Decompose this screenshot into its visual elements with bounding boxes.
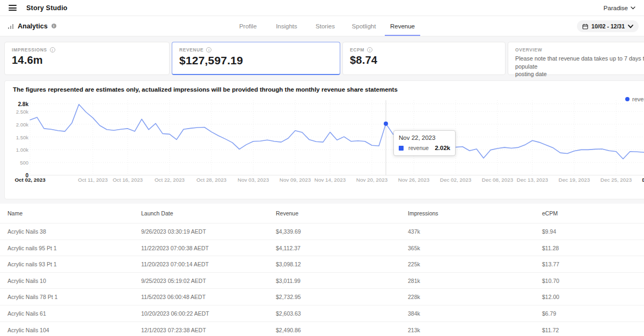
table-row[interactable]: Acrylic Nails 78 Pt 111/5/2023 06:00:48 …: [0, 289, 644, 305]
x-axis-label: Oct 02, 2023: [8, 177, 53, 183]
cell-revenue: $3,011.99: [276, 273, 408, 289]
x-axis-label: Dec 13, 2023: [510, 177, 555, 183]
table-row[interactable]: Acrylic Nails 109/25/2023 05:19:02 AEDT$…: [0, 273, 644, 289]
overview-label: OVERVIEW: [515, 47, 542, 53]
ecpm-card[interactable]: ECPM i $8.74: [342, 42, 506, 75]
revenue-chart-card: The figures represented are estimates on…: [4, 80, 644, 199]
x-axis-label: Nov 26, 2023: [391, 177, 436, 183]
cell-impressions: 365k: [408, 240, 542, 257]
tab-revenue[interactable]: Revenue: [383, 16, 422, 36]
table-header: NameLaunch DateRevenueImpressionseCPM: [0, 204, 644, 223]
table-row[interactable]: Acrylic Nails 6110/20/2023 06:00:22 AEDT…: [0, 305, 644, 322]
chevron-down-icon: [631, 6, 635, 10]
page-title: Analytics: [18, 23, 48, 30]
table-row[interactable]: Acrylic Nails 389/26/2023 03:30:19 AEDT$…: [0, 223, 644, 240]
cell-impressions: 281k: [408, 273, 542, 289]
impressions-card[interactable]: IMPRESSIONS i 14.6m: [4, 42, 170, 75]
cell-launch-date: 12/1/2023 07:23:38 AEDT: [141, 322, 276, 336]
x-axis-label: Oct 16, 2023: [105, 177, 150, 183]
app-title: Story Studio: [26, 4, 68, 12]
cell-name: Acrylic Nails 10: [8, 273, 141, 289]
y-axis-label: 2.50k: [5, 109, 28, 115]
cell-impressions: 384k: [408, 305, 542, 322]
calendar-icon: [582, 24, 588, 29]
x-axis-label: Dec 02, 2023: [433, 177, 478, 183]
cell-revenue: $2,603.63: [276, 305, 408, 322]
cell-ecpm: $11.28: [542, 240, 644, 257]
revenue-card[interactable]: REVENUE i $127,597.19: [172, 42, 340, 75]
chart-tooltip: Nov 22, 2023 revenue 2.02k: [393, 130, 456, 156]
cell-ecpm: $11.72: [542, 322, 644, 336]
info-icon[interactable]: i: [206, 47, 211, 53]
tab-profile[interactable]: Profile: [229, 16, 267, 36]
cell-launch-date: 11/20/2023 07:00:14 AEDT: [141, 256, 276, 273]
column-header: Impressions: [408, 210, 542, 216]
cell-name: Acrylic Nails 38: [8, 223, 141, 240]
table-row[interactable]: Acrylic nails 93 Pt 111/20/2023 07:00:14…: [0, 256, 644, 273]
cell-name: Acrylic Nails 61: [8, 305, 141, 322]
column-header: eCPM: [542, 210, 644, 216]
table-row[interactable]: Acrylic nails 95 Pt 111/22/2023 07:00:38…: [0, 240, 644, 257]
nav-bar: Analytics i Profile Insights Stories Spo…: [0, 16, 644, 36]
cell-name: Acrylic Nails 104: [8, 322, 141, 336]
cell-revenue: $4,339.69: [276, 223, 408, 240]
overview-note: Please note that revenue data takes up t…: [515, 55, 644, 78]
info-badge-icon[interactable]: i: [52, 24, 56, 28]
account-switcher[interactable]: Paradise: [604, 5, 635, 11]
date-range-value: 10/02 - 12/31: [591, 23, 625, 29]
info-icon[interactable]: i: [50, 47, 55, 53]
cell-name: Acrylic Nails 78 Pt 1: [8, 289, 141, 305]
cell-launch-date: 11/22/2023 07:00:38 AEDT: [141, 240, 276, 257]
cell-revenue: $2,732.95: [276, 289, 408, 305]
x-axis-label: Nov 03, 2023: [231, 177, 276, 183]
y-axis-label: 2.8k: [5, 101, 28, 107]
cell-impressions: 213k: [408, 322, 542, 336]
chevron-down-icon: [628, 25, 633, 28]
y-axis-label: 2.00k: [5, 122, 28, 128]
info-icon[interactable]: i: [367, 47, 372, 53]
column-header: Name: [8, 210, 141, 216]
cell-ecpm: $6.79: [542, 305, 644, 322]
y-axis-label: 1.50k: [5, 135, 28, 140]
table-row[interactable]: Acrylic Nails 10412/1/2023 07:23:38 AEDT…: [0, 322, 644, 336]
y-axis-label: 500: [5, 160, 28, 166]
ecpm-value: $8.74: [350, 54, 498, 66]
date-range-picker[interactable]: 10/02 - 12/31: [577, 20, 639, 32]
revenue-label: REVENUE: [179, 47, 203, 53]
x-axis-label: Oct 28, 2023: [189, 177, 234, 183]
tab-stories[interactable]: Stories: [306, 16, 345, 36]
cell-ecpm: $12.00: [542, 289, 644, 305]
impressions-value: 14.6m: [12, 54, 162, 66]
y-axis-label: 1.00k: [5, 147, 28, 153]
bar-chart-icon: [8, 23, 14, 29]
account-name: Paradise: [604, 5, 628, 11]
revenue-line-chart[interactable]: [5, 100, 644, 183]
cell-revenue: $4,112.37: [276, 240, 408, 257]
column-header: Revenue: [276, 210, 408, 216]
x-axis-label: Nov 20, 2023: [349, 177, 394, 183]
tab-insights[interactable]: Insights: [267, 16, 306, 36]
cell-ecpm: $10.70: [542, 273, 644, 289]
cell-revenue: $2,490.86: [276, 322, 408, 336]
tooltip-date: Nov 22, 2023: [399, 135, 450, 141]
cell-impressions: 225k: [408, 256, 542, 273]
menu-icon[interactable]: [9, 5, 17, 11]
cell-launch-date: 9/26/2023 03:30:19 AEDT: [141, 223, 276, 240]
impressions-label: IMPRESSIONS: [12, 47, 47, 53]
cell-launch-date: 9/25/2023 05:19:02 AEDT: [141, 273, 276, 289]
cell-revenue: $3,098.12: [276, 256, 408, 273]
cell-name: Acrylic nails 93 Pt 1: [8, 256, 141, 273]
revenue-value: $127,597.19: [179, 54, 333, 67]
cell-impressions: 228k: [408, 289, 542, 305]
chart-disclaimer: The figures represented are estimates on…: [13, 86, 398, 93]
cell-ecpm: $9.94: [542, 223, 644, 240]
ecpm-label: ECPM: [350, 47, 364, 53]
stories-table: NameLaunch DateRevenueImpressionseCPM Ac…: [0, 204, 644, 336]
cell-launch-date: 11/5/2023 06:00:48 AEDT: [141, 289, 276, 305]
x-axis-label: Dec 31, 2023: [635, 177, 644, 183]
x-axis-label: Dec 19, 2023: [552, 177, 597, 183]
top-bar: Story Studio Paradise: [0, 0, 644, 16]
tab-spotlight[interactable]: Spotlight: [345, 16, 383, 36]
x-axis-label: Oct 22, 2023: [147, 177, 192, 183]
cell-name: Acrylic nails 95 Pt 1: [8, 240, 141, 257]
